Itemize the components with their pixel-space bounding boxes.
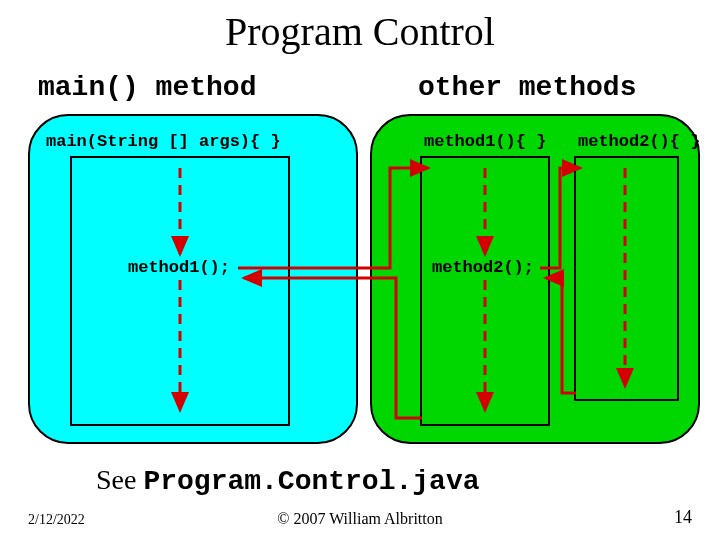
label-other-methods: other methods [418, 72, 636, 103]
call-method1: method1(); [128, 258, 230, 277]
see-prefix: See [96, 464, 143, 495]
diagram-stage: main() method other methods main(String … [0, 58, 720, 458]
signature-method2: method2(){ } [578, 132, 700, 151]
signature-method1: method1(){ } [424, 132, 546, 151]
footer-page-number: 14 [674, 507, 692, 528]
page-title: Program Control [0, 0, 720, 55]
box-main [70, 156, 290, 426]
see-line: See Program.Control.java [96, 464, 480, 497]
signature-main: main(String [] args){ } [46, 132, 281, 151]
box-method2 [574, 156, 679, 401]
footer-copyright: © 2007 William Albritton [0, 510, 720, 528]
label-main-method: main() method [38, 72, 256, 103]
see-filename: Program.Control.java [143, 466, 479, 497]
box-method1 [420, 156, 550, 426]
call-method2: method2(); [432, 258, 534, 277]
